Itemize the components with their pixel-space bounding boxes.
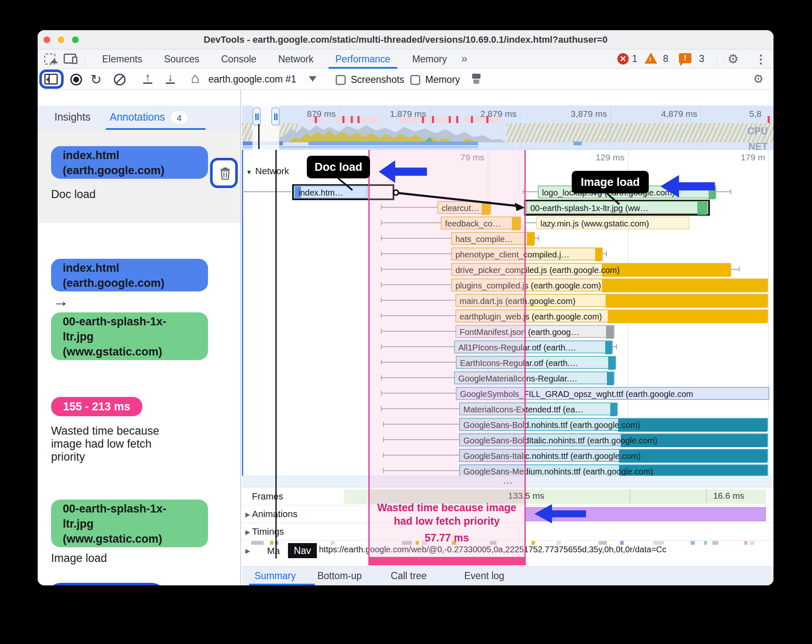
trash-icon[interactable]: [220, 167, 231, 180]
request-label: lazy.min.js (www.gstatic.com): [540, 219, 649, 229]
memory-checkbox-row[interactable]: Memory: [410, 74, 460, 85]
detail-ruler-label: 79 ms: [447, 152, 484, 162]
network-request-bar[interactable]: GoogleSans-Bold.nohints.ttf (earth.googl…: [459, 418, 768, 431]
network-request-bar[interactable]: FontManifest.json (earth.goog…: [455, 325, 614, 338]
long-task-mark: [471, 116, 473, 123]
warning-badge-icon[interactable]: !: [645, 52, 657, 64]
network-request-bar[interactable]: 00-earth-splash-1x-ltr.jpg (ww…: [526, 201, 708, 214]
long-task-mark: [357, 116, 360, 123]
collect-garbage-icon[interactable]: [471, 74, 482, 85]
request-whisker-tick: [381, 313, 382, 318]
network-request-bar[interactable]: plugins_compiled.js (earth.google.com): [451, 278, 768, 291]
memory-checkbox[interactable]: [410, 75, 420, 85]
capture-settings-gear-icon[interactable]: ⚙: [753, 72, 763, 86]
network-waterfall-panel[interactable]: 79 ms129 ms179 m ▼Network index.htm…logo…: [242, 150, 773, 487]
network-request-bar[interactable]: earthplugin_web.js (earth.google.com): [455, 309, 768, 322]
show-sidebar-icon[interactable]: [44, 74, 58, 85]
annotation-pill-index-html[interactable]: index.html (earth.google.com): [51, 146, 208, 179]
image-load-annotation-label[interactable]: Image load: [572, 171, 649, 193]
request-whisker-tick: [381, 344, 382, 349]
request-whisker-tick: [381, 282, 382, 287]
network-request-bar[interactable]: GoogleSymbols_FILL_GRAD_opsz_wght.ttf (e…: [456, 387, 769, 400]
doc-load-annotation-label[interactable]: Doc load: [307, 156, 370, 178]
tab-memory[interactable]: Memory: [401, 49, 458, 69]
network-request-bar[interactable]: All1PIcons-Regular.otf (earth.…: [454, 340, 613, 353]
screenshots-label: Screenshots: [351, 74, 404, 85]
upload-profile-icon[interactable]: ↑: [141, 72, 154, 84]
network-request-bar[interactable]: index.htm…: [294, 185, 367, 198]
animations-track-label: Animations: [252, 509, 298, 520]
bottom-tab-bottom-up[interactable]: Bottom-up: [317, 567, 362, 585]
session-dropdown-icon[interactable]: [309, 76, 316, 82]
request-whisker: [381, 300, 455, 301]
request-whisker-tick: [381, 251, 382, 256]
network-request-bar[interactable]: EarthIcons-Regular.otf (earth.…: [456, 356, 616, 369]
tab-elements[interactable]: Elements: [91, 49, 153, 69]
request-label: phenotype_client_compiled.j…: [455, 250, 569, 260]
tab-annotations[interactable]: Annotations: [110, 106, 165, 130]
tab-network[interactable]: Network: [267, 49, 324, 69]
bottom-tab-summary[interactable]: Summary: [254, 567, 296, 585]
navigation-start-marker: [275, 150, 277, 559]
network-request-bar[interactable]: GoogleSans-BoldItalic.nohints.ttf (earth…: [459, 433, 768, 446]
frame-duration-value: 16.6 ms: [704, 491, 754, 501]
bottom-tab-call-tree[interactable]: Call tree: [391, 567, 427, 585]
inspect-element-icon[interactable]: [44, 54, 55, 64]
reload-record-icon[interactable]: ↻: [90, 72, 102, 88]
screenshots-checkbox[interactable]: [336, 75, 346, 85]
timeline-overview[interactable]: 879 ms1,879 ms2,879 ms3,879 ms4,879 ms5,…: [242, 106, 773, 150]
network-track-header[interactable]: ▼Network: [246, 166, 289, 177]
net-activity-bar: [308, 142, 478, 145]
device-toolbar-icon[interactable]: [64, 54, 76, 64]
network-request-bar[interactable]: GoogleMaterialIcons-Regular.…: [454, 371, 614, 384]
settings-gear-icon[interactable]: ⚙: [727, 52, 739, 66]
expand-caret-icon[interactable]: ▶: [245, 547, 250, 555]
network-request-bar[interactable]: GoogleSans-Italic.nohints.ttf (earth.goo…: [459, 449, 768, 462]
network-request-bar[interactable]: drive_picker_compiled.js (earth.google.c…: [451, 263, 731, 276]
bottom-tab-event-log[interactable]: Event log: [464, 567, 504, 585]
tab-performance[interactable]: Performance: [324, 49, 401, 69]
nav-marker-badge[interactable]: Nav: [288, 543, 317, 558]
annotation-entry-doc-load[interactable]: index.html (earth.google.com) Doc load: [38, 130, 240, 223]
network-request-bar[interactable]: lazy.min.js (www.gstatic.com): [536, 216, 689, 229]
expand-caret-icon[interactable]: ▶: [245, 511, 250, 518]
collapse-triangle-icon[interactable]: ▼: [246, 169, 252, 175]
network-request-bar[interactable]: clearcut…: [437, 201, 491, 214]
tab-sources[interactable]: Sources: [153, 49, 210, 69]
annotation-pill-splash-image[interactable]: 00-earth-splash-1x- ltr.jpg (www.gstatic…: [51, 312, 208, 360]
screenshots-checkbox-row[interactable]: Screenshots: [336, 74, 404, 85]
annotation-pill-time-range[interactable]: 155 - 213 ms: [51, 397, 142, 416]
session-selector[interactable]: earth.google.com #1: [208, 69, 296, 90]
more-tabs-icon[interactable]: »: [458, 49, 470, 69]
annotation-pill-splash-image-2[interactable]: 00-earth-splash-1x- ltr.jpg (www.gstatic…: [51, 500, 208, 547]
network-request-bar[interactable]: phenotype_client_compiled.j…: [451, 247, 603, 260]
long-task-mark: [432, 116, 434, 123]
error-badge-icon[interactable]: ✕: [617, 53, 629, 64]
home-icon[interactable]: ⌂: [191, 70, 200, 86]
network-request-bar[interactable]: MaterialIcons-Extended.ttf (ea…: [459, 402, 618, 415]
screenshot-chip: [744, 541, 748, 545]
tab-insights[interactable]: Insights: [54, 106, 90, 130]
issues-badge-icon[interactable]: !: [679, 53, 691, 63]
expand-caret-icon[interactable]: ▶: [245, 528, 250, 536]
request-whisker: [381, 346, 454, 347]
screenshot-chip: [620, 541, 624, 545]
network-request-bar[interactable]: main.dart.js (earth.google.com): [455, 294, 768, 307]
selection-handle-right[interactable]: [271, 107, 280, 126]
request-whisker: [613, 346, 616, 347]
tab-console[interactable]: Console: [210, 49, 267, 69]
network-request-bar[interactable]: feedback_co…: [441, 216, 521, 229]
request-label: GoogleMaterialIcons-Regular.…: [458, 374, 578, 384]
network-request-bar[interactable]: hats_compile…: [451, 232, 535, 245]
record-button[interactable]: [70, 74, 82, 85]
long-task-mark: [486, 116, 488, 123]
request-label: EarthIcons-Regular.otf (earth.…: [460, 358, 578, 368]
more-options-icon[interactable]: ⋮: [755, 52, 767, 66]
network-track-expander[interactable]: …: [242, 476, 773, 487]
long-task-mark: [351, 116, 353, 123]
clear-recording-icon[interactable]: [114, 74, 126, 85]
download-profile-icon[interactable]: ↓: [164, 72, 177, 84]
selection-handle-left[interactable]: [252, 107, 261, 126]
annotation-pill-index-html-2[interactable]: index.html (earth.google.com): [51, 259, 208, 291]
request-label: GoogleSymbols_FILL_GRAD_opsz_wght.ttf (e…: [460, 389, 693, 399]
